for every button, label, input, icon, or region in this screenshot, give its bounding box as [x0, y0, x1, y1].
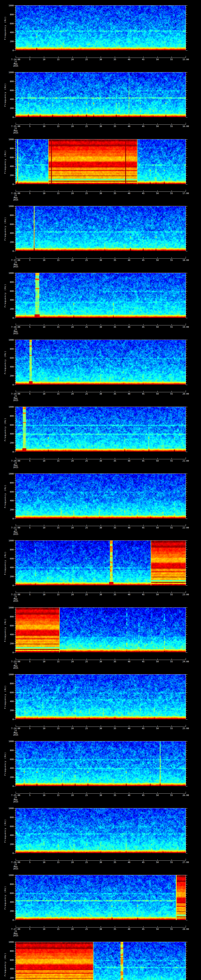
minute-tick-label: 15: [57, 326, 59, 328]
y-tick-right: [186, 169, 187, 169]
y-tick-left: [15, 708, 16, 708]
y-tick-label: 400: [5, 98, 14, 100]
time-axis-tick: [58, 859, 59, 861]
minute-tick-label: 45: [142, 460, 145, 462]
end-time-label: 19:00: [182, 326, 189, 328]
y-tick-right: [186, 652, 187, 653]
y-tick-left: [15, 766, 16, 766]
minute-tick-label: 15: [57, 527, 59, 529]
minute-tick-label: 55: [170, 794, 173, 796]
y-tick-label: 200: [5, 643, 14, 644]
y-tick-right: [186, 815, 187, 815]
y-axis-title: Frequency (Hz): [4, 350, 6, 374]
time-axis-tick: [143, 190, 144, 191]
y-tick-right: [186, 964, 187, 965]
time-axis-line: [16, 258, 186, 259]
y-tick-right: [186, 581, 187, 581]
time-axis-tick: [72, 257, 73, 258]
y-tick-right: [186, 503, 187, 503]
y-tick-label: 200: [5, 576, 14, 578]
y-tick-label: 1000: [5, 539, 14, 542]
time-axis-tick: [143, 859, 144, 861]
y-tick-label: 0: [5, 384, 14, 386]
minute-tick-label: 50: [156, 259, 159, 261]
minute-tick-label: 20: [71, 928, 73, 930]
time-axis-end-tick: [16, 123, 16, 124]
minute-tick-label: 35: [114, 727, 116, 730]
y-tick-left: [15, 556, 16, 557]
time-axis-tick: [72, 725, 73, 727]
end-time-label: 23:00: [182, 593, 189, 596]
y-tick-right: [186, 817, 187, 818]
y-tick-right: [186, 895, 187, 896]
y-tick-right: [186, 148, 187, 149]
time-axis-tick: [143, 123, 144, 124]
y-tick-label: 200: [5, 40, 14, 43]
y-tick-left: [15, 217, 16, 218]
y-tick-right: [186, 775, 187, 775]
y-tick-left: [15, 414, 16, 414]
time-axis-tick: [86, 926, 87, 927]
minute-tick-label: 25: [85, 928, 88, 930]
time-axis-end-tick: [16, 190, 16, 191]
y-tick-label: 400: [5, 31, 14, 33]
minute-tick-label: 45: [142, 794, 145, 796]
minute-tick-label: 50: [156, 460, 159, 462]
minute-tick-label: 10: [43, 593, 45, 596]
y-tick-left: [14, 139, 16, 140]
minute-tick-label: 10: [43, 393, 45, 395]
time-axis-tick: [72, 123, 73, 124]
y-tick-label: 1000: [5, 5, 14, 7]
y-tick-left: [14, 692, 16, 693]
minute-tick-label: 20: [71, 192, 73, 194]
y-tick-right: [186, 311, 187, 312]
minute-tick-label: 55: [170, 460, 173, 462]
y-tick-left: [15, 503, 16, 503]
minute-tick-label: 15: [57, 259, 59, 261]
y-tick-left: [15, 962, 16, 963]
spectrogram-panel: Frequency (Hz)020040060080010007:24:0051…: [0, 669, 201, 736]
time-axis-line: [16, 57, 186, 58]
y-tick-left: [15, 496, 16, 496]
time-axis-tick: [143, 659, 144, 660]
y-tick-left: [14, 416, 16, 416]
date-label: 2015: [13, 132, 18, 134]
minute-tick-label: 20: [71, 59, 73, 60]
y-tick-right: [186, 237, 187, 238]
time-axis-tick: [30, 123, 30, 124]
minute-tick-label: 15: [57, 192, 59, 194]
minute-tick-label: 15: [57, 660, 59, 663]
y-tick-left: [14, 786, 16, 786]
y-tick-label: 800: [5, 214, 14, 216]
time-axis-tick: [58, 458, 59, 459]
minute-tick-label: 35: [114, 527, 116, 529]
minute-tick-label: 10: [43, 928, 45, 930]
y-tick-left: [15, 489, 16, 490]
y-tick-right: [186, 630, 187, 630]
y-tick-left: [15, 420, 16, 421]
y-tick-label: 0: [5, 317, 14, 319]
time-axis-tick: [30, 458, 30, 459]
y-tick-right: [186, 648, 187, 648]
y-tick-left: [14, 300, 16, 300]
minute-tick-label: 30: [99, 727, 102, 730]
y-tick-right: [186, 226, 187, 227]
minute-tick-label: 10: [43, 192, 45, 194]
y-tick-label: 200: [5, 843, 14, 845]
y-tick-left: [15, 681, 16, 681]
spectrogram-canvas: [16, 808, 186, 853]
minute-tick-label: 35: [114, 861, 116, 863]
y-axis-title: Frequency (Hz): [4, 150, 6, 173]
minute-tick-label: 55: [170, 125, 173, 127]
y-tick-right: [186, 380, 187, 380]
y-tick-label: 1000: [5, 607, 14, 609]
y-tick-left: [15, 690, 16, 690]
y-axis-title: Frequency (Hz): [4, 618, 6, 642]
minute-tick-label: 50: [156, 928, 159, 930]
y-tick-right: [186, 692, 187, 693]
y-tick-right: [186, 554, 187, 554]
y-tick-left: [14, 32, 16, 33]
minute-tick-label: 5: [29, 460, 30, 462]
y-tick-right: [186, 810, 187, 811]
y-tick-left: [15, 632, 16, 633]
